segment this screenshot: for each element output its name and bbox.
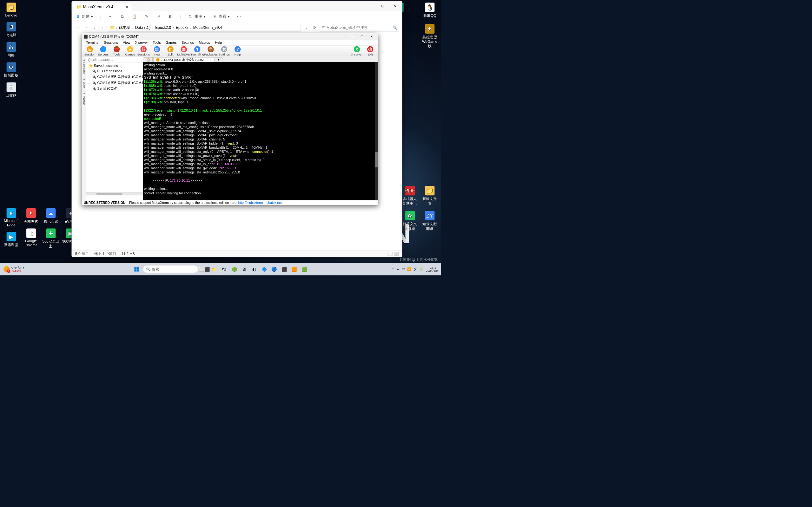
explorer-titlebar[interactable]: 📁 MobaXterm_v9.4 ✕ ＋ — ▢ ✕ — [72, 1, 402, 11]
moba-titlebar[interactable]: COM4 (USB 串行设备 (COM4)) — ▢ ✕ — [82, 33, 378, 40]
desktop-icon[interactable]: 🖥此电脑 — [3, 22, 20, 38]
tray-onedrive-icon[interactable]: ☁ — [396, 267, 399, 271]
app-icon-2[interactable]: 🟢 — [231, 265, 238, 273]
edge-taskbar-icon[interactable]: 🔵 — [270, 265, 278, 273]
menu-item[interactable]: X server — [133, 40, 150, 45]
menu-item[interactable]: Help — [213, 40, 224, 45]
tree-scrollbar-x[interactable] — [86, 192, 143, 195]
menu-item[interactable]: Settings — [179, 40, 196, 45]
menu-item[interactable]: View — [120, 40, 132, 45]
taskbar-search[interactable]: 🔍搜索 — [143, 265, 198, 273]
quick-connect-input[interactable]: Quick connect… — [86, 57, 143, 63]
toolbar-multiexec[interactable]: ▦MultiExec — [177, 46, 190, 56]
minimize-button[interactable]: — — [348, 33, 357, 40]
desktop-icon[interactable]: ⚙控制面板 — [3, 62, 20, 78]
rename-icon[interactable]: ✎ — [144, 14, 149, 19]
view-list-icon[interactable] — [388, 252, 393, 256]
chrome-taskbar-icon[interactable]: ◐ — [250, 265, 258, 273]
desktop-icon[interactable]: ◐Google Chrome — [22, 229, 40, 247]
toolbar-packages[interactable]: 📦Packages — [204, 46, 217, 56]
tray-chevron-icon[interactable]: ˄ — [392, 267, 394, 271]
side-tab[interactable]: ★ Tools — [83, 77, 86, 89]
share-icon[interactable]: ↗ — [156, 14, 161, 19]
breadcrumb[interactable]: 📁› 此电脑›Data (D:)›Epuck2.0›Epuck2›MobaXte… — [108, 24, 301, 32]
explorer-tab[interactable]: 📁 MobaXterm_v9.4 ✕ — [73, 3, 132, 11]
desktop-icon[interactable]: ✦美图秀秀 — [22, 208, 40, 224]
desktop-icon[interactable]: 🗑回收站 — [3, 82, 20, 98]
delete-icon[interactable]: 🗑 — [168, 14, 173, 19]
chevron-down-icon[interactable]: ⌄ — [91, 25, 97, 30]
refresh-button[interactable]: ⟳ — [312, 25, 317, 30]
toolbar-session[interactable]: 🖥Session — [83, 46, 96, 56]
desktop-icon[interactable]: 📁新建文件夹 — [421, 186, 438, 206]
task-view-icon[interactable]: ⬜⬛ — [201, 265, 208, 273]
toolbar-settings[interactable]: 🛠Settings — [217, 46, 231, 56]
app-icon-6[interactable]: 🟧 — [290, 265, 298, 273]
menu-item[interactable]: Games — [163, 40, 179, 45]
forward-button[interactable]: → — [83, 25, 89, 30]
search-input[interactable]: 在 MobaXterm_v9.4 中搜索 🔍 — [320, 24, 399, 32]
menu-item[interactable]: Sessions — [102, 40, 120, 45]
breadcrumb-item[interactable]: Epuck2 — [176, 25, 189, 30]
clock[interactable]: 11:172024/3/9 — [426, 266, 438, 273]
side-tab[interactable]: ★ Macros — [83, 91, 86, 105]
weather-icon[interactable]: 1 — [3, 266, 10, 272]
minimize-button[interactable]: — — [367, 4, 374, 8]
desktop-icon[interactable]: ✚360安全卫士 — [42, 229, 59, 249]
app-icon-5[interactable]: ⬛ — [281, 265, 288, 273]
close-button[interactable]: ✕ — [367, 33, 376, 40]
toolbar-view[interactable]: ▤View — [150, 46, 163, 56]
toolbar-help[interactable]: ?Help — [231, 46, 244, 56]
tray-wifi-icon[interactable]: 📶 — [407, 267, 411, 271]
desktop-icon[interactable]: ▶腾讯课堂 — [3, 232, 20, 247]
toolbar-sessions[interactable]: ⛓Sessions — [137, 46, 150, 56]
side-tab[interactable]: ★ Sessions — [83, 58, 86, 74]
start-button[interactable] — [133, 265, 141, 273]
desktop-icon[interactable]: 🖧网络 — [3, 42, 20, 57]
back-button[interactable]: ← — [75, 25, 81, 30]
cut-icon[interactable]: ✂ — [108, 14, 113, 19]
tree-node[interactable]: 🔌 PuTTY sessions — [86, 68, 143, 74]
tree-root[interactable]: ⭐ Saved sessions — [86, 63, 143, 68]
toolbar-tools[interactable]: 🧰Tools — [110, 46, 123, 56]
tray-battery-icon[interactable]: 🔋 — [419, 267, 423, 271]
tree-node[interactable]: 🔌 COM4 (USB 串行设备 (COM4)) — [86, 74, 143, 80]
terminal-tab[interactable]: 🏠 — [144, 57, 153, 62]
new-tab-button[interactable]: ＋ — [135, 3, 139, 9]
ime-indicator[interactable]: 中 — [402, 267, 405, 271]
paste-icon[interactable]: 📋 — [132, 14, 137, 19]
up-button[interactable]: ↑ — [100, 25, 105, 30]
app-icon-1[interactable]: 🛍 — [220, 265, 228, 273]
app-icon-7[interactable]: 🟩 — [301, 265, 308, 273]
app-icon-3[interactable]: 🖥 — [241, 265, 248, 273]
toolbar-exit[interactable]: ⏻Exit — [364, 46, 377, 56]
breadcrumb-item[interactable]: Epuck2.0 — [155, 25, 171, 30]
app-icon-4[interactable]: 🔷 — [260, 265, 268, 273]
desktop-icon[interactable]: 📁Lenovo — [3, 3, 20, 17]
desktop-icon[interactable]: 🐧腾讯QQ — [421, 3, 438, 18]
widget-text[interactable]: CNY/JPY -0.56% — [11, 266, 24, 273]
view-button[interactable]: ≡查看▾ — [212, 14, 230, 19]
menu-item[interactable]: Terminal — [84, 40, 101, 45]
menu-item[interactable]: Macros — [197, 40, 212, 45]
toolbar-games[interactable]: ★Games — [123, 46, 137, 56]
maximize-button[interactable]: ▢ — [357, 33, 366, 40]
toolbar-servers[interactable]: 🌐Servers — [96, 46, 110, 56]
explorer-taskbar-icon[interactable]: 📁 — [210, 265, 218, 273]
desktop-icon[interactable]: eMicrosoft Edge — [3, 208, 20, 227]
breadcrumb-item[interactable]: 此电脑 — [119, 25, 131, 30]
menu-item[interactable]: Tools — [151, 40, 163, 45]
desktop-icon[interactable]: PDF多机器人 3-基于… — [401, 186, 418, 206]
moba-link[interactable]: http://mobaxterm.mobatek.net — [238, 201, 282, 205]
close-tab-icon[interactable]: ✕ — [125, 4, 129, 9]
breadcrumb-item[interactable]: MobaXterm_v9.4 — [193, 25, 222, 30]
desktop-icon[interactable]: ZY知云文献翻译 — [421, 211, 438, 231]
more-icon[interactable]: ⋯ — [237, 14, 242, 19]
view-grid-icon[interactable] — [394, 252, 399, 256]
breadcrumb-item[interactable]: Data (D:) — [135, 25, 150, 30]
toolbar-split[interactable]: ◧Split — [164, 46, 177, 56]
tray-volume-icon[interactable]: 🔊 — [413, 267, 417, 271]
terminal-tab[interactable]: 🟠 2. COM4 (USB 串行设备 (COM…× — [153, 57, 214, 62]
copy-icon[interactable]: ⧉ — [120, 14, 125, 19]
toolbar-tunneling[interactable]: ↯Tunneling — [191, 46, 204, 56]
